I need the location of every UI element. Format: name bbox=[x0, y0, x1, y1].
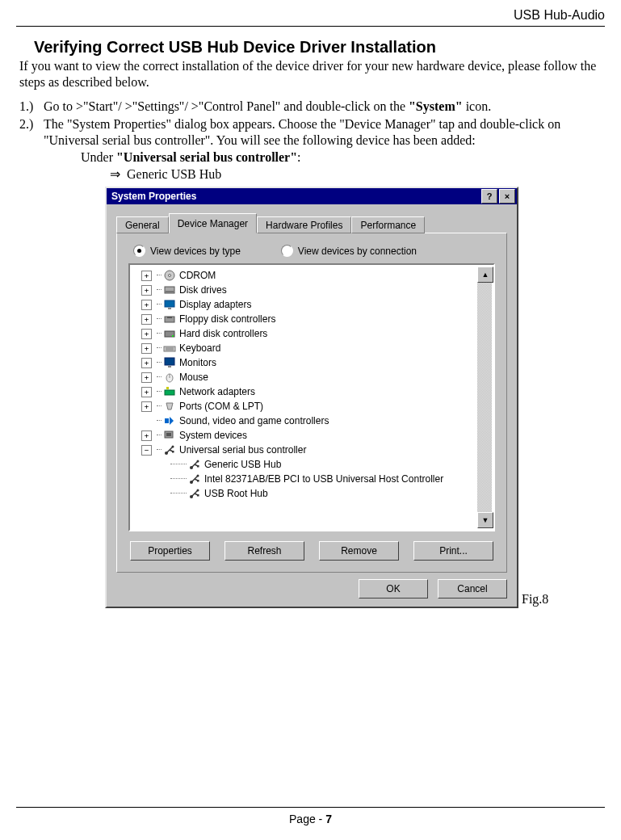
svg-rect-18 bbox=[166, 387, 169, 389]
expand-icon[interactable]: + bbox=[141, 430, 152, 441]
tree-item-label: System devices bbox=[179, 428, 247, 443]
expand-icon[interactable]: + bbox=[141, 343, 152, 354]
tab-strip: General Device Manager Hardware Profiles… bbox=[116, 212, 507, 233]
tree-item-label: Mouse bbox=[179, 370, 208, 384]
disk-icon bbox=[163, 284, 176, 296]
tree-item[interactable]: +Display adapters bbox=[133, 297, 476, 312]
cancel-button[interactable]: Cancel bbox=[438, 579, 507, 598]
expand-icon[interactable]: + bbox=[141, 300, 152, 310]
tab-hardware-profiles[interactable]: Hardware Profiles bbox=[257, 216, 351, 233]
sound-icon bbox=[163, 414, 176, 427]
expand-icon[interactable]: + bbox=[141, 329, 152, 339]
svg-rect-19 bbox=[165, 418, 169, 423]
svg-point-9 bbox=[172, 335, 174, 337]
tree-item[interactable]: +Keyboard bbox=[133, 341, 476, 355]
intro-paragraph: If you want to view the correct installa… bbox=[19, 58, 602, 90]
step-1-number: 1.) bbox=[19, 99, 44, 115]
floppy-icon bbox=[163, 313, 176, 326]
tree-item[interactable]: +Mouse bbox=[133, 370, 476, 384]
expand-icon[interactable]: + bbox=[141, 401, 152, 412]
expand-icon[interactable]: + bbox=[141, 271, 152, 281]
dialog-title: System Properties bbox=[111, 191, 196, 202]
expand-icon[interactable]: + bbox=[141, 285, 152, 296]
tree-item-label: Hard disk controllers bbox=[179, 326, 267, 341]
svg-rect-4 bbox=[165, 300, 174, 307]
page-number: Page - 7 bbox=[16, 813, 605, 825]
svg-rect-21 bbox=[166, 433, 171, 436]
tree-item[interactable]: Intel 82371AB/EB PCI to USB Universal Ho… bbox=[133, 472, 476, 486]
radio-view-by-connection-label: View devices by connection bbox=[298, 246, 417, 257]
expand-icon[interactable]: + bbox=[141, 387, 152, 397]
system-properties-dialog: System Properties ? × General Device Man… bbox=[105, 187, 518, 608]
vertical-scrollbar[interactable]: ▲ ▼ bbox=[477, 267, 492, 528]
header-rule bbox=[16, 26, 605, 27]
radio-view-by-connection[interactable]: View devices by connection bbox=[281, 245, 417, 257]
tree-item[interactable]: +System devices bbox=[133, 428, 476, 443]
hdd-icon bbox=[163, 327, 176, 340]
svg-rect-31 bbox=[197, 465, 199, 468]
tree-item-label: Floppy disk controllers bbox=[179, 312, 275, 326]
tree-item[interactable]: +Floppy disk controllers bbox=[133, 312, 476, 326]
usb-icon bbox=[188, 458, 201, 471]
under-text-a: Under bbox=[81, 150, 116, 164]
tree-item[interactable]: +Network adapters bbox=[133, 384, 476, 399]
step-2-text: The "System Properties" dialog box appea… bbox=[44, 116, 602, 149]
tree-item-label: Ports (COM & LPT) bbox=[179, 399, 263, 414]
figure-label: Fig.8 bbox=[522, 592, 548, 608]
scroll-up-button[interactable]: ▲ bbox=[477, 267, 493, 283]
dialog-titlebar[interactable]: System Properties ? × bbox=[107, 188, 517, 204]
tree-item[interactable]: −Universal serial bus controller bbox=[133, 443, 476, 457]
svg-point-34 bbox=[197, 475, 199, 477]
step-1: 1.) Go to >"Start"/ >"Settings"/ >"Contr… bbox=[19, 99, 602, 115]
expand-icon[interactable]: + bbox=[141, 372, 152, 383]
tree-item[interactable]: +Ports (COM & LPT) bbox=[133, 399, 476, 414]
print-button[interactable]: Print... bbox=[413, 541, 493, 561]
help-button[interactable]: ? bbox=[481, 189, 497, 204]
radio-view-by-type[interactable]: View devices by type bbox=[133, 245, 241, 257]
display-icon bbox=[163, 298, 176, 311]
header-product-name: USB Hub-Audio bbox=[16, 8, 605, 23]
mouse-icon bbox=[163, 371, 176, 384]
ok-button[interactable]: OK bbox=[359, 579, 428, 598]
tree-item[interactable]: +CDROM bbox=[133, 268, 476, 283]
refresh-button[interactable]: Refresh bbox=[224, 541, 304, 561]
tree-item-label: Display adapters bbox=[179, 297, 251, 312]
close-button[interactable]: × bbox=[499, 189, 515, 204]
monitor-icon bbox=[163, 356, 176, 369]
tree-item-label: USB Root Hub bbox=[204, 486, 268, 501]
tree-item[interactable]: +Hard disk controllers bbox=[133, 326, 476, 341]
svg-rect-7 bbox=[167, 317, 172, 318]
expand-icon[interactable]: + bbox=[141, 358, 152, 368]
usb-icon bbox=[188, 487, 201, 500]
device-tree[interactable]: +CDROM+Disk drives+Display adapters+Flop… bbox=[128, 263, 495, 531]
tree-item[interactable]: USB Root Hub bbox=[133, 486, 476, 501]
tab-device-manager[interactable]: Device Manager bbox=[169, 213, 257, 233]
expand-icon[interactable]: − bbox=[141, 445, 152, 456]
tree-item[interactable]: Generic USB Hub bbox=[133, 457, 476, 472]
tree-item[interactable]: +Disk drives bbox=[133, 283, 476, 297]
radio-view-by-type-label: View devices by type bbox=[150, 246, 241, 257]
step-1-text-c: icon. bbox=[463, 99, 492, 113]
tree-item[interactable]: +Monitors bbox=[133, 355, 476, 370]
footer-rule bbox=[16, 807, 605, 808]
tab-general[interactable]: General bbox=[116, 216, 169, 233]
step-1-text-bold: "System" bbox=[409, 99, 463, 113]
svg-point-24 bbox=[172, 446, 174, 448]
tree-item-label: Keyboard bbox=[179, 341, 220, 355]
expand-icon[interactable]: + bbox=[141, 314, 152, 325]
tree-item[interactable]: Sound, video and game controllers bbox=[133, 414, 476, 428]
properties-button[interactable]: Properties bbox=[130, 541, 210, 561]
ports-icon bbox=[163, 400, 176, 413]
svg-rect-26 bbox=[172, 451, 174, 453]
arrow-icon: ⇒ bbox=[110, 167, 120, 181]
tree-item-label: CDROM bbox=[179, 268, 216, 283]
scroll-down-button[interactable]: ▼ bbox=[477, 512, 493, 528]
remove-button[interactable]: Remove bbox=[319, 541, 399, 561]
tree-item-label: Universal serial bus controller bbox=[179, 443, 306, 457]
step-2: 2.) The "System Properties" dialog box a… bbox=[19, 116, 602, 149]
tab-performance[interactable]: Performance bbox=[351, 216, 425, 233]
tree-item-label: Sound, video and game controllers bbox=[179, 414, 329, 428]
radio-icon bbox=[281, 245, 293, 257]
tree-item-label: Intel 82371AB/EB PCI to USB Universal Ho… bbox=[204, 472, 443, 486]
step-2-number: 2.) bbox=[19, 116, 44, 149]
